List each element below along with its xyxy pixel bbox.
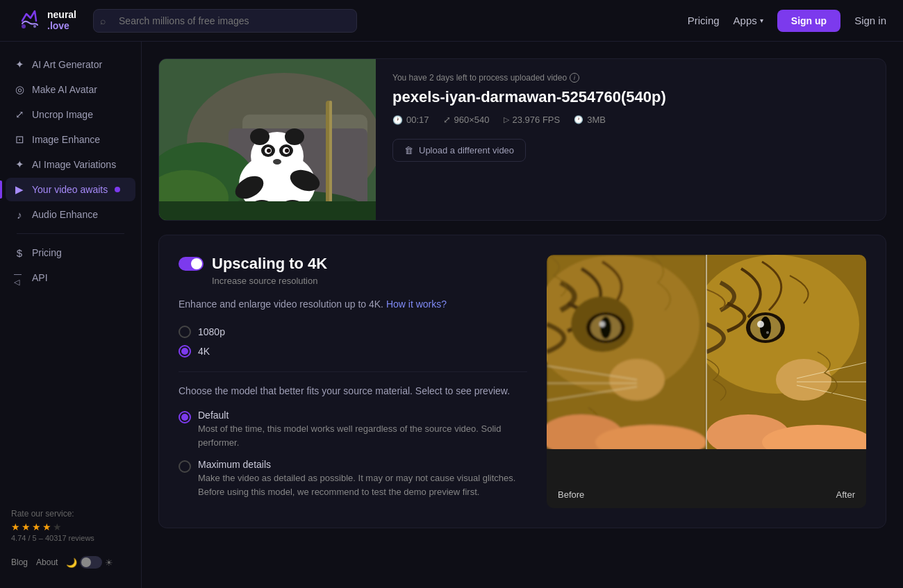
pricing-link[interactable]: Pricing: [688, 15, 720, 26]
stars: ★ ★ ★ ★ ★: [11, 521, 130, 532]
logo[interactable]: neural.love: [17, 8, 76, 33]
svg-point-20: [285, 149, 289, 153]
rate-score: 4.74 / 5 – 40317 reviews: [11, 534, 130, 542]
sidebar-item-uncrop-image[interactable]: ⤢ Uncrop Image: [6, 103, 135, 126]
resolution-radio-group: 1080p 4K: [179, 326, 527, 358]
sparkle-icon: ✦: [14, 59, 25, 70]
sidebar-label: Your video awaits: [32, 184, 108, 195]
search-bar: ⌕: [93, 9, 357, 33]
model-default-radio-wrap: [179, 410, 191, 449]
signup-button[interactable]: Sign up: [777, 10, 840, 32]
radio-circle-default: [179, 411, 191, 423]
rate-label: Rate our service:: [11, 509, 130, 519]
svg-point-1: [33, 25, 36, 28]
svg-point-21: [273, 159, 281, 165]
uncrop-icon: ⤢: [14, 109, 25, 120]
duration-value: 00:17: [406, 115, 429, 125]
active-dot: [115, 187, 120, 192]
meta-size: 🕐 3MB: [574, 115, 606, 125]
model-default[interactable]: Default Most of the time, this model wor…: [179, 410, 527, 449]
dollar-icon: $: [14, 247, 25, 258]
model-default-label: Default: [198, 410, 527, 421]
sidebar-item-image-enhance[interactable]: ⊡ Image Enhance: [6, 128, 135, 151]
rate-section: Rate our service: ★ ★ ★ ★ ★ 4.74 / 5 – 4…: [11, 503, 130, 548]
radio-4k[interactable]: 4K: [179, 345, 527, 358]
sidebar-item-pricing[interactable]: $ Pricing: [6, 241, 135, 264]
star-4: ★: [42, 521, 51, 532]
theme-toggle-wrap: 🌙 ☀: [66, 556, 113, 569]
choose-model-text: Choose the model that better fits your s…: [179, 383, 527, 398]
upload-btn-label: Upload a different video: [419, 145, 514, 156]
svg-point-14: [285, 128, 304, 145]
fps-value: 23.976 FPS: [513, 115, 561, 125]
svg-point-13: [250, 128, 270, 145]
sidebar-item-your-video-awaits[interactable]: ▶ Your video awaits: [6, 178, 135, 201]
svg-point-36: [599, 321, 605, 327]
upload-icon: 🗑: [404, 145, 413, 156]
sidebar-label: Audio Enhance: [32, 209, 98, 220]
resolution-value: 960×540: [454, 115, 490, 125]
model-max-radio-wrap: [179, 459, 191, 498]
upscale-toggle[interactable]: [179, 257, 204, 271]
sidebar-bottom: Rate our service: ★ ★ ★ ★ ★ 4.74 / 5 – 4…: [0, 503, 141, 577]
video-notice: You have 2 days left to process uploaded…: [392, 73, 869, 83]
sidebar-item-make-ai-avatar[interactable]: ◎ Make AI Avatar: [6, 78, 135, 101]
sidebar-label: Pricing: [32, 247, 62, 258]
sidebar: ✦ AI Art Generator ◎ Make AI Avatar ⤢ Un…: [0, 42, 142, 588]
video-meta: 🕐 00:17 ⤢ 960×540 ▷ 23.976 FPS 🕐 3MB: [392, 115, 869, 125]
search-input[interactable]: [93, 9, 357, 33]
sidebar-label: Image Enhance: [32, 134, 100, 145]
upscale-title: Upscaling to 4K: [212, 255, 327, 273]
apps-label: Apps: [734, 15, 757, 26]
upscale-subtitle: Increase source resolution: [212, 276, 527, 286]
star-3: ★: [32, 521, 41, 532]
size-value: 3MB: [587, 115, 606, 125]
upload-different-button[interactable]: 🗑 Upload a different video: [392, 139, 526, 162]
sidebar-item-api[interactable]: —◁ API: [6, 266, 135, 289]
sidebar-item-audio-enhance[interactable]: ♪ Audio Enhance: [6, 203, 135, 226]
variations-icon: ✦: [14, 159, 25, 170]
apps-button[interactable]: Apps ▾: [734, 15, 763, 26]
about-link[interactable]: About: [36, 557, 58, 567]
api-icon: —◁: [14, 272, 25, 283]
sidebar-footer: Blog About 🌙 ☀: [11, 548, 130, 577]
play-icon: ▶: [14, 184, 25, 195]
moon-icon: 🌙: [66, 557, 77, 568]
radio-circle-max: [179, 460, 191, 473]
video-thumbnail: [159, 59, 376, 220]
main-layout: ✦ AI Art Generator ◎ Make AI Avatar ⤢ Un…: [0, 42, 903, 588]
svg-point-47: [760, 317, 771, 339]
notice-text: You have 2 days left to process uploaded…: [392, 73, 567, 83]
resolution-icon: ⤢: [443, 115, 451, 125]
sidebar-item-ai-image-variations[interactable]: ✦ AI Image Variations: [6, 153, 135, 176]
audio-icon: ♪: [14, 209, 25, 220]
model-default-text: Default Most of the time, this model wor…: [198, 410, 527, 449]
after-label: After: [836, 489, 855, 500]
radio-circle-1080p: [179, 326, 191, 338]
video-title: pexels-iyan-darmawan-5254760(540p): [392, 88, 869, 106]
content: You have 2 days left to process uploaded…: [142, 42, 903, 588]
how-it-works-link[interactable]: How it works?: [386, 299, 447, 310]
preview-container: Before After: [547, 255, 866, 508]
radio-1080p[interactable]: 1080p: [179, 326, 527, 338]
meta-duration: 🕐 00:17: [392, 115, 429, 125]
theme-toggle[interactable]: [80, 556, 102, 569]
sidebar-label: AI Art Generator: [32, 59, 102, 70]
header: neural.love ⌕ Pricing Apps ▾ Sign up Sig…: [0, 0, 903, 42]
sidebar-divider: [17, 233, 124, 234]
model-maximum-details[interactable]: Maximum details Make the video as detail…: [179, 459, 527, 498]
sun-icon: ☀: [105, 557, 113, 568]
star-5: ★: [53, 521, 62, 532]
blog-link[interactable]: Blog: [11, 557, 28, 567]
svg-rect-10: [329, 101, 332, 219]
divider: [179, 371, 527, 372]
svg-point-19: [267, 149, 271, 153]
svg-point-49: [766, 331, 769, 334]
model-default-description: Most of the time, this model works well …: [198, 422, 527, 449]
signin-button[interactable]: Sign in: [854, 15, 886, 26]
clock-icon: 🕐: [392, 115, 403, 125]
sidebar-item-ai-art-generator[interactable]: ✦ AI Art Generator: [6, 53, 135, 76]
model-max-description: Make the video as detailed as possible. …: [198, 471, 527, 498]
svg-point-35: [600, 317, 611, 339]
meta-resolution: ⤢ 960×540: [443, 115, 490, 125]
